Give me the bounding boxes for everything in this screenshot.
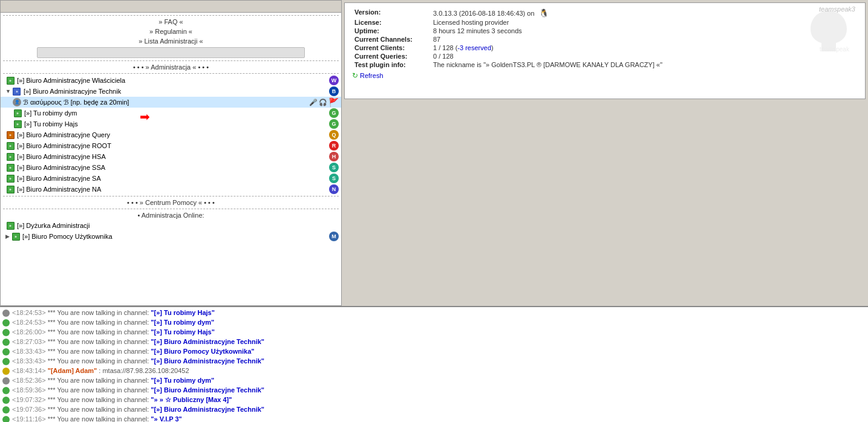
channel-item-na[interactable]: » [»] Biuro Administracyjne NA N [1,184,341,195]
indicator-3 [2,329,10,336]
chat-text-1: <18:24:53> *** You are now talking in ch… [12,309,866,316]
user-item-anonymous[interactable]: 👤 ℬ αισύμρους ℬ [np. będę za 20min] 🎤 🎧 … [1,97,341,108]
indicator-7 [2,368,10,375]
channel-item-hajs[interactable]: » [»] Tu robimy Hajs G [1,118,341,129]
channel-item-technik[interactable]: ▼ » [»] Biuro Administracyjne Technik B [1,86,341,97]
badge-root: R [329,141,339,151]
badge-b: B [329,86,339,96]
chat-line-12: <19:11:16> *** You are now talking in ch… [2,415,866,422]
badges-query: Q [329,130,339,140]
channel-name-na: [»] Biuro Administracyjne NA [17,186,329,193]
chat-line-9: <18:59:36> *** You are now talking in ch… [2,386,866,395]
chat-text-6: <18:33:43> *** You are now talking in ch… [12,357,866,365]
badge-ssa: S [329,163,339,172]
badges-sa: S [329,174,339,183]
channel-icon-wlasciciela: » [5,76,15,85]
channel-icon-biuro-pomocy: » [11,232,21,241]
chat-line-6: <18:33:43> *** You are now talking in ch… [2,357,866,366]
license-label: License: [352,18,431,27]
top-area: » FAQ « » Regulamin « » Lista Administra… [0,0,868,306]
channel-name-query: [»] Biuro Administracyjne Query [17,131,329,138]
chat-line-8: <18:52:36> *** You are now talking in ch… [2,376,866,386]
server-info-panel: teamspeak teamspeak3 Version: 3.0.13.3 (… [344,2,866,99]
channel-icon-hajs: » [13,119,22,129]
badges-ssa: S [329,163,339,172]
left-panel-header [1,1,341,13]
mic-icon: 🎤 [309,99,318,106]
expand-arrow-technik: ▼ [5,88,11,94]
linux-icon: 🐧 [539,8,549,18]
chat-line-7: <18:43:14> "[Adam] Adam" : mtasa://87.98… [2,366,866,376]
badges-wlasciciela: W [329,76,339,85]
channel-item-dyzurka[interactable]: » [»] Dyżurka Administracji [1,220,341,231]
badges-na: N [329,184,339,194]
channel-name-dyzurka: [»] Dyżurka Administracji [17,222,339,229]
license-value: Licensed hosting provider [431,18,858,27]
badge-query: Q [329,130,339,140]
user-name-anonymous: ℬ αισύμρους ℬ [np. będę za 20min] [23,99,309,106]
badge-sa: S [329,174,339,183]
channel-name-dym: [»] Tu robimy dym [24,109,329,117]
badges-dym: G [329,108,339,118]
badge-hsa: H [329,152,339,161]
expand-arrow-biuro-pomocy: ▶ [5,233,10,239]
divider-3 [3,73,339,74]
server-info-table: Version: 3.0.13.3 (2016-08-18 18:46:43) … [352,8,858,69]
channel-icon-dym: » [13,108,22,118]
channel-name-hajs: [»] Tu robimy Hajs [24,120,329,128]
channel-name-ssa: [»] Biuro Administracyjne SSA [17,164,329,171]
channels-label: Current Channels: [352,35,431,44]
channel-list[interactable]: » FAQ « » Regulamin « » Lista Administra… [1,13,341,305]
chat-text-4: <18:27:03> *** You are now talking in ch… [12,338,866,345]
plugin-value: The nickname is "» GoldenTS3.PL ® [DARMO… [431,60,858,69]
badge-biuro-pomocy: M [329,232,339,241]
channel-name-sa: [»] Biuro Administracyjne SA [17,175,329,182]
divider-2 [3,60,339,61]
queries-value: 0 / 128 [431,52,858,60]
label-regulamin: » Regulamin « [1,27,341,36]
channel-item-root[interactable]: » [»] Biuro Administracyjne ROOT R [1,140,341,151]
ts-logo-watermark: teamspeak [804,8,853,62]
right-panel: teamspeak teamspeak3 Version: 3.0.13.3 (… [342,0,868,306]
uptime-label: Uptime: [352,27,431,35]
clients-label: Current Clients: [352,44,431,52]
indicator-10 [2,397,10,404]
channels-value: 87 [431,35,858,44]
badge-dym: G [329,108,339,118]
reserved-link[interactable]: -3 reserved [457,44,491,51]
indicator-2 [2,319,10,326]
indicator-9 [2,387,10,394]
clients-value: 1 / 128 (-3 reserved) [431,44,858,52]
user-avatar-anonymous: 👤 [13,98,21,106]
badges-hsa: H [329,152,339,161]
channel-item-query[interactable]: » [»] Biuro Administracyjne Query Q [1,129,341,140]
label-faq: » FAQ « [1,17,341,27]
chat-log-area: <18:24:53> *** You are now talking in ch… [0,306,868,422]
refresh-link[interactable]: ↻ Refresh [352,71,858,80]
channel-item-dym[interactable]: » [»] Tu robimy dym G [1,108,341,118]
channel-item-ssa[interactable]: » [»] Biuro Administracyjne SSA S [1,162,341,173]
label-administracja-online: • Administracja Online: [1,210,341,220]
version-value: 3.0.13.3 (2016-08-18 18:46:43) on 🐧 [431,8,858,18]
chat-line-4: <18:27:03> *** You are now talking in ch… [2,337,866,347]
chat-text-7: <18:43:14> "[Adam] Adam" : mtasa://87.98… [12,367,866,374]
refresh-label: Refresh [360,72,383,79]
badges-technik: B [329,86,339,96]
channel-item-hsa[interactable]: » [»] Biuro Administracyjne HSA H [1,151,341,162]
chat-text-5: <18:33:43> *** You are now talking in ch… [12,348,866,355]
headset-icon: 🎧 [319,99,327,106]
channel-icon-na: » [5,184,15,194]
channel-icon-sa: » [5,174,15,183]
divider-4 [3,196,339,196]
indicator-8 [2,377,10,385]
chat-text-8: <18:52:36> *** You are now talking in ch… [12,377,866,384]
uptime-value: 8 hours 12 minutes 3 seconds [431,27,858,35]
channel-name-technik: [»] Biuro Administracyjne Technik [24,88,329,95]
channel-item-biuro-pomocy[interactable]: ▶ » [»] Biuro Pomocy Użytkownika M [1,231,341,242]
channel-icon-query: » [5,130,15,140]
channel-item-wlasciciela[interactable]: » [»] Biuro Administracyjne Właściciela … [1,75,341,86]
chat-text-2: <18:24:53> *** You are now talking in ch… [12,319,866,326]
badges-root: R [329,141,339,151]
channel-name-hsa: [»] Biuro Administracyjne HSA [17,153,329,160]
channel-item-sa[interactable]: » [»] Biuro Administracyjne SA S [1,173,341,184]
